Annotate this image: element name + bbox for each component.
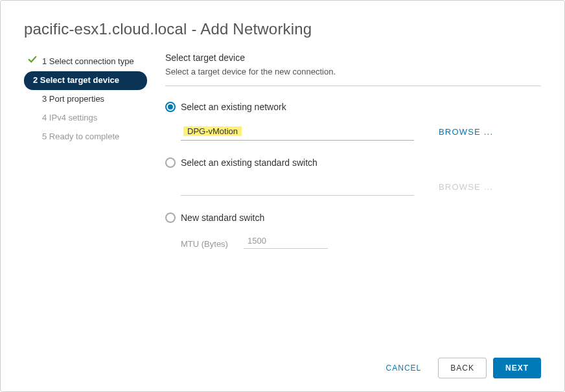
next-button[interactable]: NEXT — [493, 358, 541, 378]
step-num: 4 — [42, 113, 47, 122]
switch-input[interactable] — [181, 180, 414, 196]
option-existing-switch: Select an existing standard switch BROWS… — [165, 157, 541, 196]
panel-title: Select target device — [165, 52, 541, 63]
radio-label: Select an existing network — [181, 102, 286, 112]
radio-icon — [165, 213, 176, 223]
option-existing-network: Select an existing network DPG-vMotion B… — [165, 102, 541, 141]
check-icon — [28, 55, 37, 64]
wizard-main: Select target device Select a target dev… — [165, 52, 541, 346]
wizard-sidebar: 1 Select connection type 2 Select target… — [24, 52, 147, 346]
browse-network-button[interactable]: BROWSE ... — [436, 123, 496, 141]
cancel-button[interactable]: CANCEL — [376, 358, 432, 378]
wizard-dialog: pacific-esx1.cloud.local - Add Networkin… — [0, 0, 565, 392]
step-num: 5 — [42, 132, 47, 141]
mtu-label: MTU (Bytes) — [181, 239, 228, 249]
step-1[interactable]: 1 Select connection type — [24, 52, 147, 71]
step-num: 2 — [33, 75, 38, 85]
step-label: IPv4 settings — [49, 113, 97, 122]
network-value: DPG-vMotion — [183, 126, 242, 136]
browse-switch-button: BROWSE ... — [436, 178, 496, 196]
step-5: 5 Ready to complete — [24, 128, 147, 146]
step-3[interactable]: 3 Port properties — [24, 90, 147, 109]
option-new-switch: New standard switch MTU (Bytes) 1500 — [165, 213, 541, 249]
radio-existing-switch[interactable]: Select an existing standard switch — [165, 157, 541, 168]
step-label: Port properties — [49, 94, 104, 104]
divider — [165, 86, 541, 86]
step-label: Ready to complete — [49, 132, 119, 141]
network-input[interactable]: DPG-vMotion — [181, 122, 414, 141]
step-label: Select target device — [40, 75, 119, 85]
mtu-input[interactable]: 1500 — [244, 233, 328, 249]
radio-icon — [165, 102, 176, 112]
dialog-footer: CANCEL BACK NEXT — [24, 346, 541, 378]
step-label: Select connection type — [49, 56, 134, 66]
back-button[interactable]: BACK — [438, 358, 487, 378]
step-4: 4 IPv4 settings — [24, 109, 147, 128]
dialog-title: pacific-esx1.cloud.local - Add Networkin… — [24, 20, 541, 38]
radio-label: New standard switch — [181, 213, 264, 223]
step-2[interactable]: 2 Select target device — [24, 71, 147, 90]
radio-new-switch[interactable]: New standard switch — [165, 213, 541, 223]
step-num: 1 — [42, 56, 47, 66]
radio-icon — [165, 157, 176, 168]
dialog-body: 1 Select connection type 2 Select target… — [24, 52, 541, 346]
radio-existing-network[interactable]: Select an existing network — [165, 102, 541, 112]
step-num: 3 — [42, 94, 47, 104]
panel-subtitle: Select a target device for the new conne… — [165, 67, 541, 76]
radio-label: Select an existing standard switch — [181, 157, 317, 168]
